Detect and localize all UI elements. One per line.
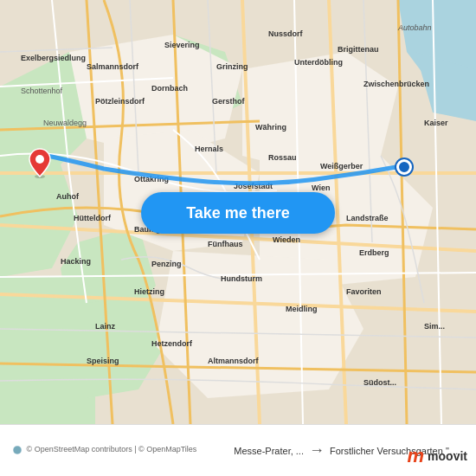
svg-text:Sim...: Sim... xyxy=(424,322,445,331)
svg-text:Erdberg: Erdberg xyxy=(359,248,389,257)
openstreetmap-logo xyxy=(12,446,27,454)
moovit-logo: m moovit xyxy=(408,445,467,467)
svg-text:Weißgerber: Weißgerber xyxy=(320,162,363,170)
svg-text:Hernals: Hernals xyxy=(195,145,223,153)
svg-text:Dornbach: Dornbach xyxy=(151,84,188,93)
svg-point-76 xyxy=(35,155,44,164)
svg-text:Währing: Währing xyxy=(255,123,286,132)
svg-text:Zwischenbrücken: Zwischenbrücken xyxy=(363,80,429,88)
map-attribution: © OpenStreetMap contributors | © OpenMap… xyxy=(9,445,230,455)
svg-text:Salmannsdorf: Salmannsdorf xyxy=(87,62,139,71)
svg-text:Gersthof: Gersthof xyxy=(212,97,246,106)
svg-text:Kaiser: Kaiser xyxy=(424,119,448,127)
svg-text:Altmannsdorf: Altmannsdorf xyxy=(208,357,260,365)
svg-text:Speising: Speising xyxy=(87,357,119,365)
svg-text:Hundsturm: Hundsturm xyxy=(221,274,262,283)
moovit-m-letter: m xyxy=(408,445,425,467)
svg-text:Lainz: Lainz xyxy=(95,322,116,331)
svg-text:Rossau: Rossau xyxy=(268,153,297,162)
take-me-there-button[interactable]: Take me there xyxy=(141,192,335,234)
route-arrow-icon: → xyxy=(304,441,330,460)
svg-text:Landstraße: Landstraße xyxy=(346,214,389,222)
svg-text:Sievering: Sievering xyxy=(164,41,200,49)
svg-text:Pötzleinsdorf: Pötzleinsdorf xyxy=(95,97,145,106)
svg-rect-4 xyxy=(0,277,95,424)
svg-text:Exelbergsiedlung: Exelbergsiedlung xyxy=(21,54,86,62)
svg-text:Favoriten: Favoriten xyxy=(346,287,382,296)
map-view: Exelbergsiedlung Schottenhof Neuwaldegg … xyxy=(0,0,476,424)
bottom-bar: © OpenStreetMap contributors | © OpenMap… xyxy=(0,424,476,476)
from-label: Messe-Prater, ... xyxy=(234,446,304,456)
svg-text:Brigittenau: Brigittenau xyxy=(338,45,379,54)
origin-pin xyxy=(396,159,412,175)
attribution-text: © OpenStreetMap contributors | © OpenMap… xyxy=(27,446,197,454)
svg-text:Grinzing: Grinzing xyxy=(216,62,248,71)
svg-text:Penzing: Penzing xyxy=(151,260,182,268)
svg-text:Hacking: Hacking xyxy=(61,257,91,266)
svg-text:Hietzing: Hietzing xyxy=(134,287,164,296)
svg-text:Schottenhof: Schottenhof xyxy=(21,87,63,95)
destination-pin xyxy=(28,147,52,178)
svg-text:Neuwaldegg: Neuwaldegg xyxy=(43,119,87,127)
svg-text:Auhof: Auhof xyxy=(56,192,80,201)
svg-text:Wien: Wien xyxy=(312,183,330,192)
svg-text:Autobahn: Autobahn xyxy=(397,23,432,32)
svg-point-77 xyxy=(13,446,22,454)
svg-text:Unterdöbling: Unterdöbling xyxy=(294,58,343,67)
svg-text:Wieden: Wieden xyxy=(273,235,300,244)
svg-text:Südost...: Südost... xyxy=(363,378,396,387)
svg-text:Hetzendorf: Hetzendorf xyxy=(151,339,193,348)
moovit-brand-text: moovit xyxy=(428,449,467,463)
svg-text:Meidling: Meidling xyxy=(286,305,318,313)
svg-text:Nussdorf: Nussdorf xyxy=(268,29,304,38)
svg-text:Fünfhaus: Fünfhaus xyxy=(208,240,243,248)
svg-text:Hütteldorf: Hütteldorf xyxy=(74,214,112,222)
route-info: © OpenStreetMap contributors | © OpenMap… xyxy=(0,441,476,460)
